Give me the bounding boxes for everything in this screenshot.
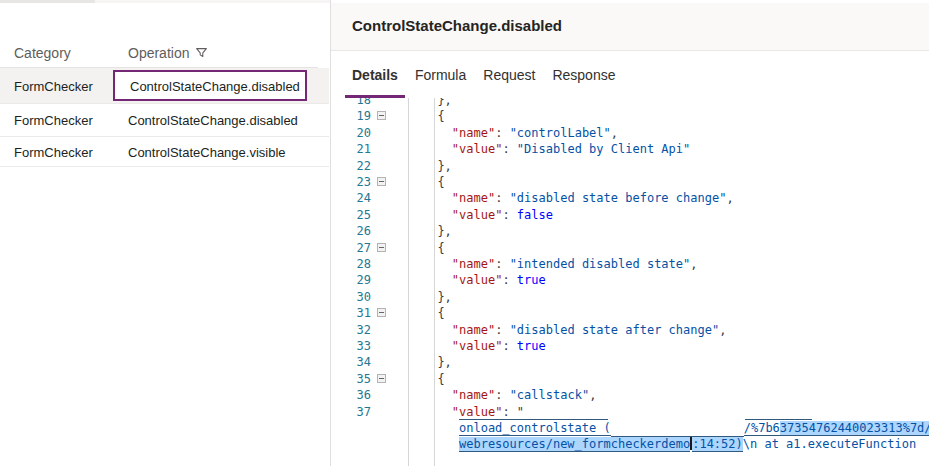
code-line: 30}, [331, 289, 929, 306]
line-number: 32 [331, 322, 371, 338]
code-text: { [437, 371, 444, 387]
callstack-line-2: webresources/new_formcheckerdemo:14:52)\… [459, 436, 916, 453]
code-line: 24"name": "disabled state before change"… [331, 190, 929, 207]
token-p: { [437, 306, 444, 320]
code-editor[interactable]: 18},19{20"name": "controlLabel",21"value… [331, 98, 929, 466]
token-p: : [495, 126, 509, 140]
token-p: : [495, 191, 509, 205]
token-p: : [502, 142, 516, 156]
token-k: "value" [452, 273, 503, 287]
token-k: "name" [452, 323, 495, 337]
line-number: 31 [331, 305, 371, 321]
fold-collapse-icon[interactable] [377, 243, 386, 252]
line-number: 18 [331, 98, 371, 108]
column-header-category[interactable]: Category [14, 45, 71, 61]
line-number: 28 [331, 256, 371, 272]
detail-panel: ControlStateChange.disabled DetailsFormu… [331, 0, 929, 466]
token-p: { [437, 241, 444, 255]
token-p: }, [437, 355, 451, 369]
line-number: 19 [331, 108, 371, 124]
line-number: 36 [331, 387, 371, 403]
detail-title: ControlStateChange.disabled [352, 17, 562, 34]
tab-formula[interactable]: Formula [408, 51, 473, 98]
operation-cell: ControlStateChange.visible [128, 144, 286, 159]
code-text: }, [437, 98, 451, 108]
callstack-link[interactable]: /%7b6 [744, 421, 780, 436]
code-line: 18}, [331, 98, 929, 109]
token-s: "controlLabel" [510, 126, 611, 140]
log-table-body: FormCheckerControlStateChange.disabledFo… [0, 68, 330, 167]
table-row[interactable]: FormCheckerControlStateChange.disabled [0, 68, 329, 104]
code-line: 27{ [331, 240, 929, 257]
selection-highlight[interactable]: 37354762440023313%7d/ [780, 421, 929, 436]
code-line: 23{ [331, 174, 929, 191]
detail-tabs: DetailsFormulaRequestResponse [345, 51, 625, 98]
token-k: "name" [452, 126, 495, 140]
code-text: }, [437, 354, 451, 370]
token-b: true [517, 339, 546, 353]
filter-funnel-icon[interactable] [195, 46, 208, 62]
line-number: 37 [331, 404, 371, 420]
line-number: 29 [331, 272, 371, 288]
line-number: 30 [331, 289, 371, 305]
table-row[interactable]: FormCheckerControlStateChange.visible [0, 137, 329, 167]
code-line: 36"name": "callstack", [331, 387, 929, 404]
log-table-header: Category Operation [0, 40, 318, 68]
code-line: 32"name": "disabled state after change", [331, 322, 929, 339]
token-s: "Disabled by Client Api" [517, 142, 690, 156]
code-text: "name": "disabled state before change", [452, 190, 734, 206]
operation-cell: ControlStateChange.disabled [130, 78, 300, 93]
token-s: "disabled state after change" [510, 323, 720, 337]
fold-collapse-icon[interactable] [377, 374, 386, 383]
code-text: }, [437, 223, 451, 239]
column-header-operation[interactable]: Operation [128, 45, 208, 62]
operation-cell: ControlStateChange.disabled [128, 113, 298, 128]
callstack-link[interactable]: onload_controlstate ( [459, 421, 611, 436]
tab-details[interactable]: Details [345, 51, 405, 98]
token-p: : [495, 257, 509, 271]
token-k: "value" [452, 339, 503, 353]
tab-request[interactable]: Request [476, 51, 542, 98]
code-text: "name": "callstack", [452, 387, 597, 403]
code-text: "name": "intended disabled state", [452, 256, 698, 272]
code-text: "value": true [452, 338, 546, 354]
token-p: : [502, 273, 516, 287]
fold-collapse-icon[interactable] [377, 308, 386, 317]
code-text: }, [437, 289, 451, 305]
code-text: "value": true [452, 272, 546, 288]
token-b: true [517, 273, 546, 287]
selection-highlight[interactable]: webresources/new_formcheckerdemo [459, 437, 690, 452]
fold-collapse-icon[interactable] [377, 111, 386, 120]
token-p: , [589, 388, 596, 402]
token-s: "callstack" [510, 388, 589, 402]
code-line: 25"value": false [331, 207, 929, 224]
callstack-text: \n at a1.executeFunction [743, 437, 916, 451]
code-text: "name": "disabled state after change", [452, 322, 727, 338]
token-p: { [437, 372, 444, 386]
line-number: 35 [331, 371, 371, 387]
token-p: , [611, 126, 618, 140]
token-k: "value" [452, 142, 503, 156]
table-row[interactable]: FormCheckerControlStateChange.disabled [0, 104, 329, 137]
line-number: 33 [331, 338, 371, 354]
line-number: 21 [331, 141, 371, 157]
token-p: { [437, 109, 444, 123]
token-p: }, [437, 224, 451, 238]
category-cell: FormChecker [14, 78, 93, 93]
fold-collapse-icon[interactable] [377, 177, 386, 186]
token-p: , [690, 257, 697, 271]
line-number: 23 [331, 174, 371, 190]
tab-response[interactable]: Response [545, 51, 622, 98]
token-p: : [495, 323, 509, 337]
code-line: 26}, [331, 223, 929, 240]
selection-highlight[interactable]: :14:52) [692, 437, 743, 452]
line-number: 34 [331, 354, 371, 370]
line-number: 20 [331, 125, 371, 141]
code-line: 35{ [331, 371, 929, 388]
code-line: 31{ [331, 305, 929, 322]
token-p: { [437, 175, 444, 189]
code-line: 21"value": "Disabled by Client Api" [331, 141, 929, 158]
line-number: 26 [331, 223, 371, 239]
token-p: : [502, 339, 516, 353]
selected-cell-outline[interactable]: ControlStateChange.disabled [113, 70, 307, 101]
